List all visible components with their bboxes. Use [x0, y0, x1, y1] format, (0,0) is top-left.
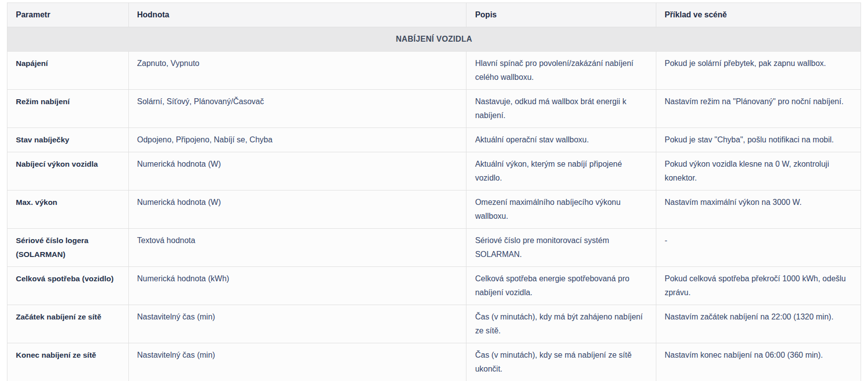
cell-hodnota: Odpojeno, Připojeno, Nabíjí se, Chyba — [128, 128, 466, 152]
cell-popis: Celková spotřeba energie spotřebovaná pr… — [466, 267, 656, 305]
cell-parametr: Max. výkon — [7, 190, 129, 229]
table-row: Max. výkonNumerická hodnota (W)Omezení m… — [7, 190, 861, 229]
cell-popis: Omezení maximálního nabíjecího výkonu wa… — [466, 190, 656, 229]
column-header-priklad-ve-scene: Příklad ve scéně — [656, 3, 861, 27]
cell-priklad: Pokud je stav "Chyba", pošlu notifikaci … — [656, 128, 861, 152]
cell-priklad: Pokud je solární přebytek, pak zapnu wal… — [656, 52, 861, 90]
column-header-parametr: Parametr — [7, 3, 129, 27]
section-header-nabijeni-vozidla: NABÍJENÍ VOZIDLA — [7, 27, 861, 52]
cell-priklad: Nastavím režim na "Plánovaný" pro noční … — [656, 90, 861, 128]
table-row: Celková spotřeba (vozidlo)Numerická hodn… — [7, 267, 861, 305]
parameters-table: Parametr Hodnota Popis Příklad ve scéně … — [7, 2, 861, 381]
cell-popis: Aktuální výkon, kterým se nabíjí připoje… — [466, 152, 656, 190]
cell-popis: Sériové číslo pre monitorovací systém SO… — [466, 229, 656, 267]
cell-parametr: Nabíjecí výkon vozidla — [7, 152, 129, 190]
cell-hodnota: Numerická hodnota (W) — [128, 190, 466, 229]
cell-hodnota: Textová hodnota — [128, 229, 466, 267]
cell-priklad: Nastavím maximální výkon na 3000 W. — [656, 190, 861, 229]
cell-priklad: Nastavím konec nabíjení na 06:00 (360 mi… — [656, 343, 861, 381]
cell-priklad: Pokud výkon vozidla klesne na 0 W, zkont… — [656, 152, 861, 190]
cell-hodnota: Solární, Síťový, Plánovaný/Časovač — [128, 90, 466, 128]
table-header: Parametr Hodnota Popis Příklad ve scéně — [7, 3, 861, 27]
section-row: NABÍJENÍ VOZIDLA — [7, 27, 861, 52]
cell-hodnota: Numerická hodnota (W) — [128, 152, 466, 190]
table-body: NapájeníZapnuto, VypnutoHlavní spínač pr… — [7, 52, 861, 381]
cell-priklad: Nastavím začátek nabíjení na 22:00 (1320… — [656, 305, 861, 343]
table-row: Začátek nabíjení ze sítěNastavitelný čas… — [7, 305, 861, 343]
table-row: Režim nabíjeníSolární, Síťový, Plánovaný… — [7, 90, 861, 128]
cell-popis: Aktuální operační stav wallboxu. — [466, 128, 656, 152]
column-header-popis: Popis — [466, 3, 656, 27]
table-row: Konec nabíjení ze sítěNastavitelný čas (… — [7, 343, 861, 381]
column-header-hodnota: Hodnota — [128, 3, 466, 27]
cell-parametr: Celková spotřeba (vozidlo) — [7, 267, 129, 305]
table-row: Stav nabíječkyOdpojeno, Připojeno, Nabíj… — [7, 128, 861, 152]
cell-parametr: Režim nabíjení — [7, 90, 129, 128]
cell-hodnota: Nastavitelný čas (min) — [128, 305, 466, 343]
cell-parametr: Sériové číslo logera (SOLARMAN) — [7, 229, 129, 267]
cell-parametr: Stav nabíječky — [7, 128, 129, 152]
cell-priklad: - — [656, 229, 861, 267]
cell-popis: Čas (v minutách), kdy má být zahájeno na… — [466, 305, 656, 343]
table-row: NapájeníZapnuto, VypnutoHlavní spínač pr… — [7, 52, 861, 90]
cell-hodnota: Zapnuto, Vypnuto — [128, 52, 466, 90]
cell-popis: Čas (v minutách), kdy se má nabíjení ze … — [466, 343, 656, 381]
cell-popis: Nastavuje, odkud má wallbox brát energii… — [466, 90, 656, 128]
cell-parametr: Začátek nabíjení ze sítě — [7, 305, 129, 343]
table-header-row: Parametr Hodnota Popis Příklad ve scéně — [7, 3, 861, 27]
cell-parametr: Konec nabíjení ze sítě — [7, 343, 129, 381]
parameters-table-container: Parametr Hodnota Popis Příklad ve scéně … — [0, 0, 868, 381]
cell-popis: Hlavní spínač pro povolení/zakázání nabí… — [466, 52, 656, 90]
cell-hodnota: Numerická hodnota (kWh) — [128, 267, 466, 305]
cell-parametr: Napájení — [7, 52, 129, 90]
table-row: Nabíjecí výkon vozidlaNumerická hodnota … — [7, 152, 861, 190]
cell-hodnota: Nastavitelný čas (min) — [128, 343, 466, 381]
table-row: Sériové číslo logera (SOLARMAN)Textová h… — [7, 229, 861, 267]
cell-priklad: Pokud celková spotřeba překročí 1000 kWh… — [656, 267, 861, 305]
